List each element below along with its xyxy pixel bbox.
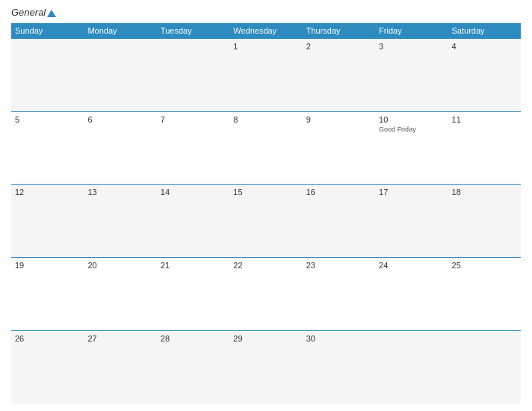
calendar-cell: 25 [448, 258, 521, 331]
calendar-cell: 6 [84, 111, 156, 185]
day-number: 16 [306, 188, 371, 197]
calendar-cell: 9 [303, 111, 375, 185]
calendar-header: General [11, 7, 521, 17]
calendar-cell: 15 [229, 185, 302, 258]
calendar-week-row: 1234 [11, 39, 521, 112]
weekday-header-friday: Friday [375, 23, 448, 39]
day-number: 18 [452, 188, 517, 197]
day-number: 26 [15, 334, 80, 343]
day-number: 21 [161, 261, 226, 270]
calendar-cell [448, 330, 521, 404]
weekday-header-row: SundayMondayTuesdayWednesdayThursdayFrid… [11, 23, 521, 39]
calendar-cell: 2 [303, 39, 375, 112]
day-number: 5 [15, 115, 80, 124]
weekday-header-saturday: Saturday [448, 23, 521, 39]
calendar-cell: 19 [11, 258, 84, 331]
calendar-cell [84, 39, 156, 112]
day-number: 24 [379, 261, 444, 270]
calendar-week-row: 12131415161718 [11, 185, 521, 258]
day-number: 29 [233, 334, 298, 343]
calendar-cell: 1 [229, 39, 302, 112]
day-number: 30 [306, 334, 371, 343]
calendar-cell [375, 330, 448, 404]
logo: General [11, 7, 56, 17]
day-number: 7 [161, 115, 226, 124]
day-number: 25 [452, 261, 517, 270]
calendar-week-row: 19202122232425 [11, 258, 521, 331]
calendar-cell: 30 [303, 330, 375, 404]
calendar-cell: 17 [375, 185, 448, 258]
day-number: 13 [87, 188, 152, 197]
day-number: 14 [161, 188, 226, 197]
day-number: 9 [306, 115, 371, 124]
day-number: 12 [15, 188, 80, 197]
calendar-cell: 24 [375, 258, 448, 331]
calendar-cell [11, 39, 84, 112]
day-number: 28 [161, 334, 226, 343]
day-number: 1 [233, 42, 298, 51]
calendar-week-row: 2627282930 [11, 330, 521, 404]
day-number: 15 [233, 188, 298, 197]
calendar-cell: 20 [84, 258, 156, 331]
logo-general-text: General [11, 7, 56, 17]
day-number: 20 [87, 261, 152, 270]
day-number: 23 [306, 261, 371, 270]
weekday-header-thursday: Thursday [303, 23, 375, 39]
calendar-cell: 7 [157, 111, 229, 185]
day-number: 4 [452, 42, 517, 51]
calendar-cell: 23 [303, 258, 375, 331]
day-number: 3 [379, 42, 444, 51]
calendar-cell: 29 [229, 330, 302, 404]
weekday-header-monday: Monday [84, 23, 156, 39]
calendar-cell: 12 [11, 185, 84, 258]
weekday-header-sunday: Sunday [11, 23, 84, 39]
calendar-cell: 3 [375, 39, 448, 112]
weekday-header-tuesday: Tuesday [157, 23, 229, 39]
calendar-cell: 22 [229, 258, 302, 331]
calendar-cell: 4 [448, 39, 521, 112]
day-number: 2 [306, 42, 371, 51]
calendar-cell: 8 [229, 111, 302, 185]
day-number: 19 [15, 261, 80, 270]
calendar-cell: 28 [157, 330, 229, 404]
day-number: 6 [87, 115, 152, 124]
day-number: 17 [379, 188, 444, 197]
holiday-label: Good Friday [379, 126, 444, 133]
calendar-cell: 18 [448, 185, 521, 258]
calendar-cell: 26 [11, 330, 84, 404]
calendar-cell: 16 [303, 185, 375, 258]
calendar-cell: 10Good Friday [375, 111, 448, 185]
day-number: 11 [452, 115, 517, 124]
calendar-cell: 21 [157, 258, 229, 331]
day-number: 27 [87, 334, 152, 343]
calendar-cell: 11 [448, 111, 521, 185]
weekday-header-wednesday: Wednesday [229, 23, 302, 39]
calendar-table: SundayMondayTuesdayWednesdayThursdayFrid… [11, 23, 521, 404]
calendar-cell: 13 [84, 185, 156, 258]
day-number: 22 [233, 261, 298, 270]
calendar-cell: 14 [157, 185, 229, 258]
day-number: 8 [233, 115, 298, 124]
day-number: 10 [379, 115, 444, 124]
calendar-cell: 5 [11, 111, 84, 185]
calendar-week-row: 5678910Good Friday11 [11, 111, 521, 185]
logo-triangle-icon [47, 10, 56, 17]
calendar-cell [157, 39, 229, 112]
calendar-cell: 27 [84, 330, 156, 404]
